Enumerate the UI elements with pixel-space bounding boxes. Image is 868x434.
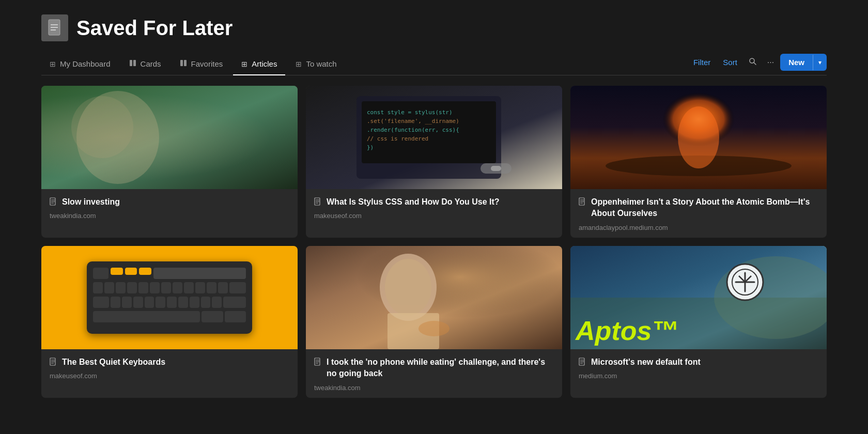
nav-tabs: ⊞ My Dashboard Cards Favorites ⊞ Article… — [41, 54, 345, 75]
card-doc-icon — [579, 197, 586, 207]
nav-row: ⊞ My Dashboard Cards Favorites ⊞ Article… — [41, 54, 827, 75]
tab-articles[interactable]: ⊞ Articles — [233, 54, 285, 75]
card-title-row: Oppenheimer Isn't a Story About the Atom… — [579, 196, 818, 220]
search-button[interactable] — [745, 54, 761, 71]
card-source: tweakindia.com — [314, 384, 554, 392]
svg-text:// css is rendered: // css is rendered — [367, 135, 428, 142]
tab-favorites[interactable]: Favorites — [172, 54, 231, 75]
svg-line-10 — [754, 63, 756, 65]
header: Saved For Later ⊞ My Dashboard Cards Fav… — [0, 0, 868, 75]
svg-text:}): }) — [367, 144, 374, 151]
new-button[interactable]: New — [780, 54, 813, 71]
svg-rect-11 — [41, 86, 298, 189]
card-title: The Best Quiet Keyboards — [62, 357, 165, 368]
nav-actions: Filter Sort ··· New ▾ — [688, 54, 827, 75]
card-content: Microsoft's new default font medium.com — [570, 349, 827, 386]
articles-icon: ⊞ — [241, 60, 247, 68]
card-title: What Is Stylus CSS and How Do You Use It… — [327, 196, 500, 208]
card-doc-icon — [314, 358, 321, 367]
svg-rect-8 — [184, 60, 187, 66]
card-aptos-font[interactable]: Aptos™ Microsoft's new default font medi… — [570, 246, 827, 398]
page-title: Saved For Later — [76, 17, 233, 40]
card-source: medium.com — [579, 372, 818, 380]
svg-rect-7 — [180, 60, 183, 66]
card-title: Microsoft's new default font — [591, 357, 701, 368]
new-button-group: New ▾ — [780, 54, 827, 71]
dashboard-icon: ⊞ — [50, 60, 56, 68]
aptos-overlay-text: Aptos™ — [576, 317, 678, 344]
card-title-row: The Best Quiet Keyboards — [50, 357, 289, 368]
svg-point-13 — [71, 96, 133, 158]
card-title: I took the 'no phone while eating' chall… — [327, 357, 554, 380]
svg-rect-5 — [130, 60, 132, 66]
sort-button[interactable]: Sort — [718, 55, 742, 70]
card-content: Slow investing tweakindia.com — [41, 189, 298, 226]
svg-text:const style = stylus(str): const style = stylus(str) — [367, 109, 453, 116]
svg-point-47 — [385, 259, 431, 316]
card-content: I took the 'no phone while eating' chall… — [306, 349, 562, 398]
svg-point-35 — [678, 106, 719, 168]
card-doc-icon — [579, 358, 586, 367]
card-quiet-keyboards[interactable]: The Best Quiet Keyboards makeuseof.com — [41, 246, 298, 398]
card-title-row: What Is Stylus CSS and How Do You Use It… — [314, 196, 554, 208]
card-title: Oppenheimer Isn't a Story About the Atom… — [591, 196, 818, 220]
svg-rect-27 — [491, 166, 501, 171]
title-row: Saved For Later — [41, 14, 827, 41]
card-source: tweakindia.com — [50, 212, 289, 220]
card-stylus-css[interactable]: const style = stylus(str) .set('filename… — [306, 86, 562, 238]
filter-button[interactable]: Filter — [688, 55, 716, 70]
favorites-icon — [180, 59, 187, 68]
cards-icon — [129, 59, 136, 68]
new-dropdown-button[interactable]: ▾ — [813, 55, 827, 70]
card-doc-icon — [50, 197, 57, 207]
card-doc-icon — [50, 358, 57, 367]
card-title-row: Slow investing — [50, 196, 289, 208]
card-title-row: I took the 'no phone while eating' chall… — [314, 357, 554, 380]
card-slow-investing[interactable]: Slow investing tweakindia.com — [41, 86, 298, 238]
towatch-icon: ⊞ — [296, 60, 302, 68]
svg-point-49 — [419, 321, 450, 336]
svg-rect-6 — [133, 60, 136, 66]
svg-point-12 — [76, 91, 159, 184]
tab-to-watch[interactable]: ⊞ To watch — [287, 54, 345, 75]
svg-text:.set('filename', __dirname): .set('filename', __dirname) — [367, 118, 459, 125]
more-button[interactable]: ··· — [763, 55, 778, 70]
card-no-phone[interactable]: I took the 'no phone while eating' chall… — [306, 246, 562, 398]
cards-grid: Slow investing tweakindia.com const styl… — [0, 75, 868, 408]
svg-text:.render(function(err, css){: .render(function(err, css){ — [367, 127, 459, 133]
card-source: makeuseof.com — [314, 212, 554, 220]
page-icon — [41, 14, 68, 41]
keyboard-image — [87, 261, 252, 334]
card-content: What Is Stylus CSS and How Do You Use It… — [306, 189, 562, 226]
card-oppenheimer[interactable]: Oppenheimer Isn't a Story About the Atom… — [570, 86, 827, 238]
tab-cards[interactable]: Cards — [121, 54, 169, 75]
card-title-row: Microsoft's new default font — [579, 357, 818, 368]
card-source: amandaclaypool.medium.com — [579, 224, 818, 231]
card-source: makeuseof.com — [50, 372, 289, 380]
card-content: Oppenheimer Isn't a Story About the Atom… — [570, 189, 827, 238]
card-doc-icon — [314, 197, 321, 207]
card-content: The Best Quiet Keyboards makeuseof.com — [41, 349, 298, 386]
card-title: Slow investing — [62, 196, 120, 208]
tab-my-dashboard[interactable]: ⊞ My Dashboard — [41, 54, 119, 75]
